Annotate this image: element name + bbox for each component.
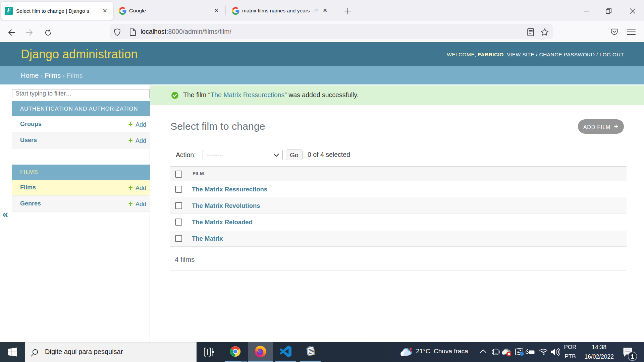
svg-text:1: 1 <box>631 353 634 360</box>
